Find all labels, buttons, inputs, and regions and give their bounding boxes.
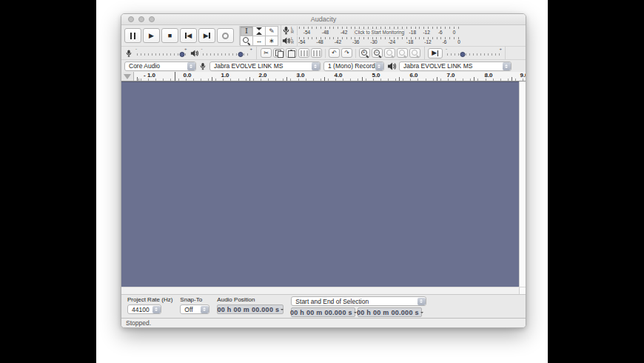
meter-tick-label: -12 <box>424 39 431 44</box>
skip-to-start-button[interactable]: ◀ <box>180 28 197 43</box>
selection-mode-value: Start and End of Selection <box>295 298 369 305</box>
track-area-row <box>121 81 526 287</box>
track-area[interactable] <box>121 81 519 287</box>
selection-start-field[interactable]: 00 h 00 m 00.000 s <box>291 307 355 317</box>
pause-icon <box>130 33 135 39</box>
slider-track[interactable] <box>203 53 252 56</box>
caret-down-icon <box>281 309 284 312</box>
input-volume-thumb[interactable] <box>179 52 184 57</box>
stepper-icon <box>152 306 161 314</box>
fit-selection-button[interactable] <box>384 48 395 58</box>
recording-channels-select[interactable]: 1 (Mono) Recordin... <box>323 61 384 71</box>
output-volume-thumb[interactable] <box>238 52 244 57</box>
ruler-tick-label: 8.0 <box>484 72 492 79</box>
redo-button[interactable]: ↷ <box>341 48 352 58</box>
skip-end-icon: ▶ <box>204 33 209 39</box>
paste-icon <box>288 50 295 57</box>
playback-device-select[interactable]: Jabra EVOLVE LINK MS <box>399 61 511 71</box>
meter-tick-label: 0 <box>447 30 461 35</box>
playback-device-value: Jabra EVOLVE LINK MS <box>403 62 472 70</box>
selection-toolbar: Project Rate (Hz) 44100 Snap-To Off Audi… <box>121 294 526 318</box>
speaker-icon <box>387 61 396 71</box>
slider-max-label: + <box>249 47 252 51</box>
playback-speed-slider[interactable]: - + <box>446 49 502 58</box>
meter-tick-label: -48 <box>316 30 335 35</box>
project-rate-select[interactable]: 44100 <box>127 304 161 314</box>
audio-position-label: Audio Position <box>217 296 284 303</box>
pause-button[interactable] <box>124 28 141 43</box>
meter-tick-label: -12 <box>420 30 434 35</box>
meter-tick-label: -24 <box>389 39 395 44</box>
envelope-tool-button[interactable] <box>252 26 266 36</box>
record-meter-scale[interactable]: -54 -48 -42 Click to Start Monitoring -1… <box>297 26 461 36</box>
meter-tick-label: -6 <box>443 39 447 44</box>
slider-min-label: - <box>201 47 203 51</box>
timeline-scale[interactable]: - 1.0 0.0 1.0 2.0 3.0 4.0 5.0 6.0 7.0 8.… <box>134 72 526 81</box>
playhead-cursor[interactable] <box>175 72 175 81</box>
selection-end-field[interactable]: 00 h 00 m 00.000 s <box>358 307 422 317</box>
speed-thumb[interactable] <box>460 52 465 57</box>
zoom-tool-button[interactable] <box>240 36 253 46</box>
edit-toolbar: ✂ ↶ ↷ + − <box>256 47 424 59</box>
toolbar-spacer <box>505 47 526 59</box>
horizontal-scrollbar[interactable] <box>121 287 526 294</box>
meter-tick-label: -6 <box>433 30 447 35</box>
record-button[interactable] <box>217 28 234 43</box>
zoom-toggle-button[interactable] <box>409 48 420 58</box>
silence-audio-button[interactable] <box>311 48 322 58</box>
slider-max-label: + <box>184 47 187 51</box>
slider-max-label: + <box>499 47 502 51</box>
zoom-out-icon: − <box>374 50 381 57</box>
play-meter-scale[interactable]: -54 -48 -42 -36 -30 -24 -18 -12 -6 0 <box>297 36 461 46</box>
timeline-options-button[interactable] <box>121 72 134 81</box>
ruler-tick-label: 2.0 <box>258 72 266 79</box>
recording-meter[interactable]: LR -54 -48 -42 Click to Start Monitoring… <box>281 26 526 36</box>
stop-button[interactable]: ■ <box>161 28 178 43</box>
vertical-scrollbar[interactable] <box>519 81 526 287</box>
pencil-icon: ✎ <box>269 27 275 35</box>
selection-start-value: 00 h 00 m 00.000 s <box>290 309 352 316</box>
monitoring-hint[interactable]: Click to Start Monitoring <box>354 29 405 36</box>
window-title: Audacity <box>121 16 526 23</box>
stepper-icon <box>503 62 511 70</box>
skip-to-end-button[interactable]: ▶ <box>198 28 215 43</box>
draw-tool-button[interactable]: ✎ <box>265 26 278 36</box>
audio-position-field[interactable]: 00 h 00 m 00.000 s <box>217 304 284 314</box>
snap-to-select[interactable]: Off <box>180 304 209 314</box>
meter-toolbars: LR -54 -48 -42 Click to Start Monitoring… <box>281 25 526 46</box>
stepper-icon <box>187 62 195 70</box>
timeline-ruler[interactable]: - 1.0 0.0 1.0 2.0 3.0 4.0 5.0 6.0 7.0 8.… <box>121 72 526 81</box>
play-at-speed-button[interactable]: ▶ <box>428 48 443 59</box>
undo-button[interactable]: ↶ <box>329 48 340 58</box>
project-rate-group: Project Rate (Hz) 44100 <box>127 296 172 318</box>
title-bar[interactable]: Audacity <box>121 14 526 25</box>
selection-mode-select[interactable]: Start and End of Selection <box>291 296 426 306</box>
fit-project-button[interactable] <box>397 48 408 58</box>
cut-button[interactable]: ✂ <box>261 48 272 58</box>
copy-button[interactable] <box>273 48 284 58</box>
tools-toolbar: I ✎ ↔ ∗ <box>239 26 278 45</box>
meter-tick-label: 0 <box>457 39 460 44</box>
multi-tool-button[interactable]: ∗ <box>265 36 278 46</box>
meter-tick-label: -42 <box>335 30 353 35</box>
project-rate-label: Project Rate (Hz) <box>127 296 172 303</box>
play-icon: ▶ <box>149 33 154 39</box>
output-volume-slider[interactable]: - + <box>201 49 253 58</box>
recording-device-select[interactable]: Jabra EVOLVE LINK MS <box>209 61 321 71</box>
playback-meter[interactable]: LR -54 -48 -42 -36 -30 -24 -18 -12 <box>281 36 526 46</box>
input-volume-slider[interactable]: - + <box>135 49 187 58</box>
slider-track[interactable] <box>447 53 500 56</box>
slider-track[interactable] <box>137 53 186 56</box>
timeshift-tool-button[interactable]: ↔ <box>252 36 266 46</box>
microphone-icon <box>281 26 291 35</box>
play-button[interactable]: ▶ <box>143 28 160 43</box>
transport-toolbar: ▶ ■ ◀ ▶ <box>121 25 237 46</box>
toolbar-separator <box>325 49 326 58</box>
selection-tool-button[interactable]: I <box>240 26 253 36</box>
trim-audio-button[interactable] <box>298 48 309 58</box>
paste-button[interactable] <box>286 48 297 58</box>
audio-host-select[interactable]: Core Audio <box>124 61 196 71</box>
zoom-out-button[interactable]: − <box>372 48 383 58</box>
audio-position-group: Audio Position 00 h 00 m 00.000 s <box>217 296 284 318</box>
zoom-in-button[interactable]: + <box>359 48 370 58</box>
